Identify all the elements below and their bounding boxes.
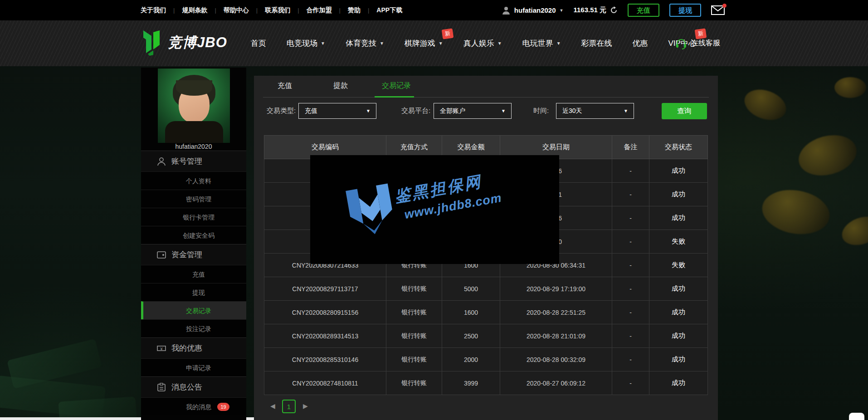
cell-date: 2020-08-29 17:19:00 xyxy=(500,277,612,301)
customer-service[interactable]: 在线客服 xyxy=(675,20,720,66)
filter-time-label: 时间: xyxy=(533,107,549,115)
sidebar-section-promos[interactable]: ¥ 我的优惠 xyxy=(141,337,246,358)
platform-select[interactable]: 全部账户 ▼ xyxy=(434,103,512,119)
table-row: CNY202008280915156 银行转账 1600 2020-08-28 … xyxy=(264,301,708,324)
cell-note: - xyxy=(612,348,649,371)
tab-transaction-records[interactable]: 交易记录 xyxy=(368,81,424,91)
sidebar-item-withdraw[interactable]: 提现 xyxy=(141,283,246,301)
chevron-down-icon: ▼ xyxy=(501,103,506,118)
cell-code: CNY202008285310146 xyxy=(264,348,386,371)
cell-status: 成功 xyxy=(649,348,708,371)
separator: | xyxy=(256,7,258,14)
deposit-button[interactable]: 充值 xyxy=(628,4,659,17)
sidebar-section-funds[interactable]: 资金管理 xyxy=(141,244,246,265)
next-page-arrow[interactable]: ▶ xyxy=(303,402,308,410)
sidebar-section-messages[interactable]: 消息公告 xyxy=(141,376,246,397)
nav-sports[interactable]: 体育竞技▼ xyxy=(346,38,384,49)
cell-status: 成功 xyxy=(649,371,708,395)
topbar-right: hufatian2020 ▼ 1163.51 元 充值 提现 xyxy=(502,0,725,20)
tab-withdrawal[interactable]: 提款 xyxy=(312,81,369,91)
sidebar-item-transactions[interactable]: 交易记录 xyxy=(141,301,246,319)
nav-slots[interactable]: 电玩世界▼ xyxy=(522,38,561,49)
new-badge: 新 xyxy=(441,28,454,39)
nav-items: 首页 电竞现场▼ 体育竞技▼ 棋牌游戏▼新 真人娱乐▼ 电玩世界▼ 彩票在线 优… xyxy=(251,20,696,66)
avatar-bangs xyxy=(176,80,212,96)
coin-decoration xyxy=(794,129,861,182)
selected-value: 近30天 xyxy=(562,107,582,114)
cell-amount: 5000 xyxy=(442,277,500,301)
cell-method: 银行转账 xyxy=(386,348,442,371)
sidebar-item-my-messages[interactable]: 我的消息 19 xyxy=(141,397,246,415)
cell-amount: 2500 xyxy=(442,324,500,348)
cell-status: 成功 xyxy=(649,324,708,348)
sidebar-item-bank-card[interactable]: 银行卡管理 xyxy=(141,208,246,226)
table-row: CNY202008289314513 银行转账 2500 2020-08-28 … xyxy=(264,324,708,348)
cell-status: 成功 xyxy=(649,301,708,324)
nav-esports-live[interactable]: 电竞现场▼ xyxy=(287,38,325,49)
sidebar-section-account[interactable]: 账号管理 xyxy=(141,151,246,171)
cell-amount: 1600 xyxy=(442,301,500,324)
mail-icon[interactable] xyxy=(711,5,725,15)
cell-note: - xyxy=(612,254,649,277)
link-app-download[interactable]: APP下载 xyxy=(376,6,402,15)
selected-value: 全部账户 xyxy=(440,107,465,114)
coin-decoration xyxy=(740,84,790,126)
topbar-links: 关于我们| 规则条款| 帮助中心| 联系我们| 合作加盟| 赞助| APP下载 xyxy=(141,0,402,20)
sidebar-item-deposit[interactable]: 充值 xyxy=(141,265,246,283)
sidebar-item-profile[interactable]: 个人资料 xyxy=(141,171,246,190)
sidebar-item-security-code[interactable]: 创建安全码 xyxy=(141,226,246,244)
cell-date: 2020-08-28 00:32:09 xyxy=(500,348,612,371)
prev-page-arrow[interactable]: ◀ xyxy=(270,402,275,410)
nav-promotions[interactable]: 优惠 xyxy=(633,38,648,49)
chevron-down-icon: ▼ xyxy=(439,41,443,46)
cell-date: 2020-08-27 06:09:12 xyxy=(500,371,612,395)
search-button[interactable]: 查询 xyxy=(662,103,707,119)
chat-widget-cutoff[interactable] xyxy=(849,413,864,420)
link-sponsor[interactable]: 赞助 xyxy=(348,6,361,15)
chevron-down-icon: ▼ xyxy=(624,103,628,118)
sidebar-item-application-records[interactable]: 申请记录 xyxy=(141,358,246,376)
link-help[interactable]: 帮助中心 xyxy=(224,6,249,15)
notification-dot xyxy=(722,4,727,8)
sidebar-item-bet-records[interactable]: 投注记录 xyxy=(141,319,246,337)
section-title: 资金管理 xyxy=(171,249,202,260)
nav-board-games[interactable]: 棋牌游戏▼新 xyxy=(405,38,443,49)
separator: | xyxy=(339,7,341,14)
separator: | xyxy=(215,7,216,14)
sidebar-item-password[interactable]: 密码管理 xyxy=(141,190,246,208)
active-tab-underline xyxy=(375,96,414,98)
tabs: 充值 提款 交易记录 xyxy=(254,76,718,98)
coupon-icon: ¥ xyxy=(156,343,166,353)
time-range-select[interactable]: 近30天 ▼ xyxy=(556,103,634,119)
cell-note: - xyxy=(612,371,649,395)
tabs-divider xyxy=(263,97,709,98)
link-rules[interactable]: 规则条款 xyxy=(182,6,207,15)
coin-decoration xyxy=(838,211,868,250)
nav-home[interactable]: 首页 xyxy=(251,38,266,49)
tab-deposit[interactable]: 充值 xyxy=(257,81,313,91)
logo[interactable]: 竞博JBO xyxy=(140,29,227,56)
section-title: 我的优惠 xyxy=(171,343,202,353)
transaction-type-select[interactable]: 充值 ▼ xyxy=(298,103,376,119)
cell-amount: 2000 xyxy=(442,348,500,371)
username: hufatian2020 xyxy=(514,6,556,14)
coin-decoration xyxy=(759,185,833,239)
cell-status: 失败 xyxy=(649,230,708,254)
link-about[interactable]: 关于我们 xyxy=(141,6,166,15)
section-title: 消息公告 xyxy=(171,382,202,392)
user-menu[interactable]: hufatian2020 ▼ xyxy=(502,6,564,15)
cell-note: - xyxy=(612,301,649,324)
sidebar-menu: 账号管理 个人资料 密码管理 银行卡管理 创建安全码 资金管理 充值 提现 交易… xyxy=(141,151,246,415)
refresh-icon[interactable] xyxy=(610,6,618,14)
link-partner[interactable]: 合作加盟 xyxy=(307,6,332,15)
current-page-button[interactable]: 1 xyxy=(282,400,296,413)
user-icon xyxy=(156,156,166,166)
nav-lottery[interactable]: 彩票在线 xyxy=(581,38,612,49)
link-contact[interactable]: 联系我们 xyxy=(265,6,290,15)
cell-method: 银行转账 xyxy=(386,277,442,301)
headset-icon xyxy=(675,38,687,49)
table-row: CNY202008297113717 银行转账 5000 2020-08-29 … xyxy=(264,277,708,301)
withdraw-button[interactable]: 提现 xyxy=(669,4,701,17)
cell-note: - xyxy=(612,159,649,183)
nav-live-casino[interactable]: 真人娱乐▼ xyxy=(463,38,502,49)
